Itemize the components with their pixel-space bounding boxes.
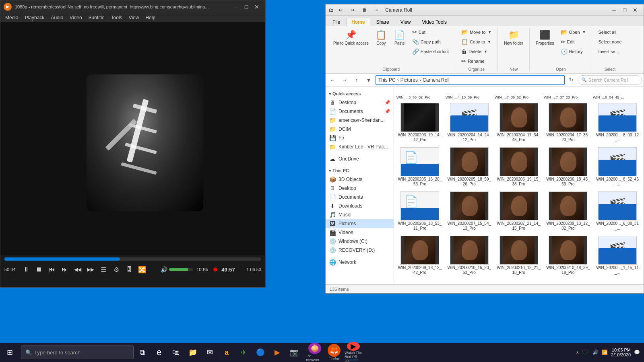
taskbar-app-firefox[interactable]: 🦊 Firefox [325, 343, 343, 362]
move-to-button[interactable]: 📂 Move to ▼ [458, 28, 494, 37]
vlc-maximize-button[interactable]: □ [241, 2, 252, 12]
camera-roll-crumb[interactable]: Camera Roll [423, 77, 450, 83]
this-pc-crumb[interactable]: This PC [378, 77, 396, 83]
quick-access-chevron[interactable]: ▾ [329, 91, 331, 96]
store-button[interactable]: 🛍 [167, 343, 184, 362]
forward-button[interactable]: → [339, 75, 350, 85]
file-item-18[interactable]: WIN_20200210_18_39_18_Pro [544, 234, 592, 277]
delete-toolbar-button[interactable]: 🗑 [359, 5, 370, 15]
extended-settings-button[interactable]: ⚙ [111, 264, 122, 275]
vlc-menu-tools[interactable]: Tools [108, 13, 126, 22]
file-item-0[interactable]: WIN_20200203_19_14_42_Pro [396, 101, 444, 144]
next-button[interactable]: ⏭ [59, 264, 70, 275]
random-button[interactable]: 🔀 [136, 264, 148, 275]
notification-chevron[interactable]: ∧ [576, 350, 579, 355]
tripadvisor-button[interactable]: ✈ [235, 343, 252, 362]
top-file-3[interactable]: WIN_...7_36_52_Pro [494, 88, 542, 100]
effects-button[interactable]: 🎛 [124, 264, 135, 275]
task-view-button[interactable]: ⧉ [134, 343, 151, 362]
explorer-close-button[interactable]: ✕ [630, 5, 640, 15]
paste-button[interactable]: 📄 Paste [391, 28, 409, 47]
invert-selection-button[interactable]: Invert se... [595, 47, 624, 56]
sidebar-item-3d-objects[interactable]: 📦 3D Objects [326, 175, 394, 184]
file-explorer-taskbar-button[interactable]: 📁 [184, 343, 201, 362]
vlc-menu-view[interactable]: View [126, 13, 142, 22]
select-all-button[interactable]: Select all [595, 28, 624, 37]
vlc-menu-playback[interactable]: Playback [22, 13, 48, 22]
file-item-15[interactable]: WIN_20200209_18_12_42_Pro [396, 234, 444, 277]
playlist-button[interactable]: ☰ [98, 264, 109, 275]
file-item-6[interactable]: WIN_20200205_18_59_26_Pro [445, 145, 493, 189]
this-pc-chevron[interactable]: ▾ [329, 168, 331, 173]
sidebar-item-recovery-d[interactable]: 💿 RECOVERY (D:) [326, 246, 394, 255]
top-file-4[interactable]: WIN_...7_37_23_Pro [543, 88, 591, 100]
top-file-2[interactable]: WIN_...4_10_39_Pro [445, 88, 493, 100]
copy-path-button[interactable]: 📎 Copy path [409, 37, 452, 46]
vlc-menu-audio[interactable]: Audio [47, 13, 66, 22]
pin-to-quick-access-button[interactable]: 📌 Pin to Quick access [330, 28, 372, 48]
sidebar-item-downloads[interactable]: ⬇ Downloads [326, 202, 394, 210]
sidebar-item-kimber[interactable]: 📁 Kimber Lee - VR Pac... [326, 142, 394, 151]
vpn-button[interactable]: ▶ [269, 343, 286, 362]
file-item-4[interactable]: 🎬WIN_20200..._8_03_12_... [593, 101, 642, 144]
history-button[interactable]: 🕐 History [558, 47, 589, 56]
volume-taskbar-icon[interactable]: 🔊 [592, 350, 599, 355]
play-pause-button[interactable]: ⏸ [21, 264, 32, 275]
vlc-menu-subtitle[interactable]: Subtitle [85, 13, 108, 22]
open-button[interactable]: 📂 Open ▼ [558, 28, 589, 37]
ribbon-tab-home[interactable]: Home [346, 18, 370, 26]
properties-button[interactable]: ⬛ Properties [533, 28, 557, 47]
sidebar-item-documents[interactable]: 📄 Documents 📌 [326, 107, 394, 116]
file-item-9[interactable]: 🎬WIN_20200..._8_52_46_... [593, 145, 642, 189]
file-item-8[interactable]: WIN_20200206_18_45_59_Pro [544, 145, 592, 189]
pictures-crumb[interactable]: Pictures [400, 77, 418, 83]
refresh-button[interactable]: ↻ [566, 75, 576, 85]
file-item-17[interactable]: WIN_20200210_18_21_18_Pro [495, 234, 543, 277]
explorer-maximize-button[interactable]: □ [619, 5, 630, 15]
ribbon-tab-share[interactable]: Share [371, 18, 394, 26]
select-none-button[interactable]: Select none [595, 37, 624, 46]
file-item-5[interactable]: 📄WIN_20200205_16_20_53_Pro [396, 145, 444, 189]
search-box[interactable]: 🔍 Search Camera Roll [578, 75, 642, 85]
vlc-close-button[interactable]: ✕ [252, 2, 262, 12]
file-grid-container[interactable]: WIN_...3_56_02_Pro WIN_...4_10_39_Pro WI… [394, 86, 644, 284]
vlc-menu-video[interactable]: Video [66, 13, 85, 22]
taskbar-clock[interactable]: 10:05 PM 2/10/2020 [611, 348, 631, 357]
amazon-button[interactable]: a [218, 343, 235, 362]
sidebar-item-music[interactable]: 🎵 Music [326, 210, 394, 219]
sidebar-item-documents2[interactable]: 📄 Documents [326, 193, 394, 202]
ribbon-tab-file[interactable]: File [327, 18, 345, 26]
frame-prev-button[interactable]: ◀◀ [72, 264, 83, 275]
paste-shortcut-button[interactable]: 🔗 Paste shortcut [409, 47, 452, 56]
network-taskbar-icon[interactable]: 📶 [602, 350, 608, 355]
sidebar-item-videos[interactable]: 🎬 Videos [326, 228, 394, 237]
delete-button[interactable]: 🗑 Delete ▼ [458, 47, 494, 56]
cut-button[interactable]: ✂ Cut [409, 28, 452, 37]
taskbar-search[interactable]: 🔍 Type here to search [21, 346, 134, 359]
back-button[interactable]: ← [327, 75, 338, 85]
vlc-menu-media[interactable]: Media [2, 13, 22, 22]
sidebar-item-pictures[interactable]: 🖼 Pictures [326, 219, 394, 228]
camera-button[interactable]: 📷 [286, 343, 303, 362]
sidebar-item-network[interactable]: 🌐 Network [326, 258, 394, 267]
app7-button[interactable]: 🔵 [252, 343, 269, 362]
file-item-11[interactable]: WIN_20200207_15_54_13_Pro [445, 189, 493, 233]
file-item-19[interactable]: 🎬WIN_20200..._1_15_11_... [593, 234, 642, 277]
sidebar-item-windows-c[interactable]: 💿 Windows (C:) [326, 237, 394, 246]
volume-slider[interactable] [169, 268, 193, 271]
file-item-1[interactable]: 🎬WIN_20200204_14_24_12_Pro [445, 101, 493, 144]
top-file-1[interactable]: WIN_...3_56_02_Pro [396, 88, 444, 100]
file-item-16[interactable]: WIN_20200210_15_20_53_Pro [445, 234, 493, 277]
taskbar-app-tor[interactable]: 🧅 Tor Browser [306, 343, 324, 362]
start-button[interactable]: ⊞ [0, 343, 19, 362]
sidebar-item-f-drive[interactable]: 💾 F:\ [326, 134, 394, 142]
sidebar-item-desktop[interactable]: 🖥 Desktop 📌 [326, 98, 394, 107]
redo-button[interactable]: ↪ [347, 5, 358, 15]
copy-button[interactable]: 📋 Copy [372, 28, 390, 47]
vlc-menu-help[interactable]: Help [142, 13, 159, 22]
vlc-minimize-button[interactable]: ─ [231, 2, 241, 12]
taskbar-app-video[interactable]: ▶ Watch The Red Pill 20... [345, 343, 362, 362]
copy-to-button[interactable]: 📋 Copy to ▼ [458, 37, 494, 46]
edit-button[interactable]: ✏ Edit [558, 37, 589, 46]
sidebar-item-desktop2[interactable]: 🖥 Desktop [326, 184, 394, 193]
